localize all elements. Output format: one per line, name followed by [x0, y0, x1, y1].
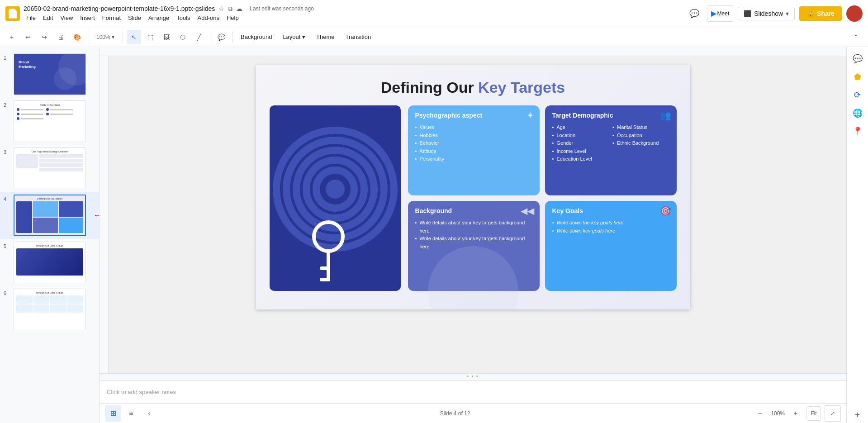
- menu-edit[interactable]: Edit: [40, 14, 56, 22]
- right-panel-add-icon[interactable]: +: [849, 407, 866, 423]
- menu-file[interactable]: File: [24, 14, 38, 22]
- notes-area[interactable]: Click to add speaker notes: [100, 380, 846, 403]
- slide-thumb-1[interactable]: 1 BrandMarketing: [0, 51, 99, 98]
- demographic-item-age: Age: [552, 124, 609, 132]
- document-title[interactable]: 20650-02-brand-marketing-powerpoint-temp…: [24, 5, 215, 12]
- slideshow-dropdown-icon[interactable]: ▾: [786, 10, 789, 17]
- bottom-bar: ⊞ ≡ ‹ Slide 4 of 12 − 100% + Fit ⤢: [100, 403, 846, 423]
- slide-6-preview-title: Who are Our Client Groups: [16, 291, 83, 294]
- slide-1-preview-text: BrandMarketing: [19, 60, 36, 70]
- slide-2-preview-title: Table of Content: [17, 104, 83, 106]
- background-button[interactable]: Background: [236, 30, 276, 44]
- view-controls: ⊞ ≡ ‹: [105, 405, 157, 422]
- notes-handle[interactable]: • • •: [100, 373, 846, 380]
- app-icon: [5, 6, 20, 21]
- active-slide-arrow: ←: [94, 211, 100, 219]
- zoom-out-button[interactable]: −: [753, 406, 767, 421]
- right-panel: 💬 ⬟ ⟳ 🌐 📍 +: [846, 47, 868, 423]
- slide-thumb-5[interactable]: 5 Who are Our Client Groups: [0, 239, 99, 286]
- comments-icon[interactable]: 💬: [686, 5, 702, 22]
- slide-content-area[interactable]: Defining Our Key Targets: [100, 56, 846, 373]
- collapse-panel-button[interactable]: ‹: [141, 405, 157, 422]
- menu-slide[interactable]: Slide: [125, 14, 144, 22]
- demographic-list: Age Location Gender Income Level Educati…: [552, 124, 669, 163]
- title-bar: 20650-02-brand-marketing-powerpoint-temp…: [0, 0, 868, 27]
- select-tool[interactable]: ↖: [127, 30, 141, 44]
- menu-insert[interactable]: Insert: [77, 14, 98, 22]
- svg-point-5: [326, 180, 344, 198]
- meet-icon[interactable]: ▶ Meet: [707, 5, 734, 22]
- menu-bar: File Edit View Insert Format Slide Arran…: [24, 14, 683, 22]
- paint-format-button[interactable]: 🎨: [70, 30, 84, 44]
- fit-button[interactable]: Fit: [806, 406, 821, 421]
- slideshow-button[interactable]: ⬛ Slideshow ▾: [738, 7, 795, 20]
- right-panel-chat-icon[interactable]: 💬: [849, 51, 866, 67]
- demographic-card: Target Demographic 👥 Age Location Gender…: [545, 105, 677, 195]
- slide-preview-3: One Page Brand Strategy Overview: [14, 147, 86, 189]
- select-frame-tool[interactable]: ⬚: [143, 30, 157, 44]
- psychographic-list: Values Hobbies Behavior Attitude Persona…: [415, 124, 532, 163]
- fullscreen-button[interactable]: ⤢: [825, 405, 841, 422]
- right-panel-palette-icon[interactable]: ⬟: [849, 69, 866, 85]
- toolbar-separator-3: [210, 32, 210, 43]
- background-card-title: Background: [415, 207, 532, 214]
- folder-icon[interactable]: ⧉: [228, 5, 232, 13]
- slide-preview-1: BrandMarketing: [14, 53, 86, 95]
- slide-title-part1: Defining Our: [381, 79, 478, 96]
- share-button[interactable]: 🔒 Share: [799, 6, 842, 21]
- right-panel-globe-icon[interactable]: 🌐: [849, 105, 866, 121]
- maze-svg: [270, 105, 401, 291]
- slide-canvas[interactable]: Defining Our Key Targets: [256, 65, 690, 309]
- key-goals-card: Key Goals 🎯 Write down the key goals her…: [545, 201, 677, 291]
- transition-button[interactable]: Transition: [341, 30, 376, 44]
- cloud-icon[interactable]: ☁: [236, 5, 242, 12]
- slide-title: Defining Our Key Targets: [270, 79, 677, 96]
- list-view-button[interactable]: ≡: [123, 405, 139, 422]
- layout-button[interactable]: Layout ▾: [278, 30, 310, 44]
- toolbar: + ↩ ↪ 🖨 🎨 100% ▾ ↖ ⬚ 🖼 ⬡ ╱ 💬 Background …: [0, 27, 868, 47]
- zoom-add-button[interactable]: +: [5, 30, 19, 44]
- notes-placeholder[interactable]: Click to add speaker notes: [107, 389, 176, 395]
- image-tool[interactable]: 🖼: [159, 30, 174, 44]
- comment-tool[interactable]: 💬: [214, 30, 228, 44]
- slide-number-1: 1: [4, 55, 11, 61]
- demographic-item-education: Education Level: [552, 155, 609, 163]
- slide-title-part2: Key Targets: [478, 79, 565, 96]
- undo-button[interactable]: ↩: [21, 30, 35, 44]
- zoom-selector[interactable]: 100% ▾: [92, 30, 119, 44]
- psychographic-item-4: Attitude: [415, 147, 532, 156]
- slide-thumb-4[interactable]: 4 Defining Our Key Targets ←: [0, 192, 99, 239]
- slide-thumb-6[interactable]: 6 Who are Our Client Groups: [0, 286, 99, 333]
- main-area: 1 BrandMarketing 2 Table of Content: [0, 47, 868, 423]
- psychographic-item-5: Personality: [415, 155, 532, 163]
- menu-arrange[interactable]: Arrange: [146, 14, 172, 22]
- key-goals-item-2: Write down key goals here: [552, 227, 669, 235]
- demographic-title: Target Demographic: [552, 112, 669, 119]
- theme-button[interactable]: Theme: [312, 30, 339, 44]
- slide-thumb-3[interactable]: 3 One Page Brand Strategy Overview: [0, 145, 99, 192]
- menu-add-ons[interactable]: Add-ons: [195, 14, 222, 22]
- menu-view[interactable]: View: [57, 14, 76, 22]
- star-icon[interactable]: ☆: [218, 5, 224, 12]
- toolbar-separator-1: [88, 32, 88, 43]
- print-button[interactable]: 🖨: [53, 30, 68, 44]
- menu-format[interactable]: Format: [100, 14, 123, 22]
- zoom-in-button[interactable]: +: [788, 406, 803, 421]
- line-tool[interactable]: ╱: [192, 30, 206, 44]
- slideshow-icon: ⬛: [744, 10, 751, 17]
- grid-view-button[interactable]: ⊞: [105, 405, 121, 422]
- slide-number-3: 3: [4, 149, 11, 155]
- shape-tool[interactable]: ⬡: [175, 30, 190, 44]
- toolbar-collapse-button[interactable]: ⌃: [849, 30, 863, 44]
- user-avatar[interactable]: [846, 5, 863, 22]
- right-panel-location-icon[interactable]: 📍: [849, 123, 866, 139]
- slide-position: Slide 4 of 12: [440, 410, 470, 417]
- slide-thumb-2[interactable]: 2 Table of Content: [0, 98, 99, 145]
- menu-tools[interactable]: Tools: [174, 14, 193, 22]
- menu-help[interactable]: Help: [224, 14, 242, 22]
- title-info: 20650-02-brand-marketing-powerpoint-temp…: [24, 5, 683, 22]
- right-panel-refresh-icon[interactable]: ⟳: [849, 87, 866, 103]
- psychographic-item-2: Hobbies: [415, 132, 532, 140]
- demographic-item-location: Location: [552, 132, 609, 140]
- redo-button[interactable]: ↪: [37, 30, 52, 44]
